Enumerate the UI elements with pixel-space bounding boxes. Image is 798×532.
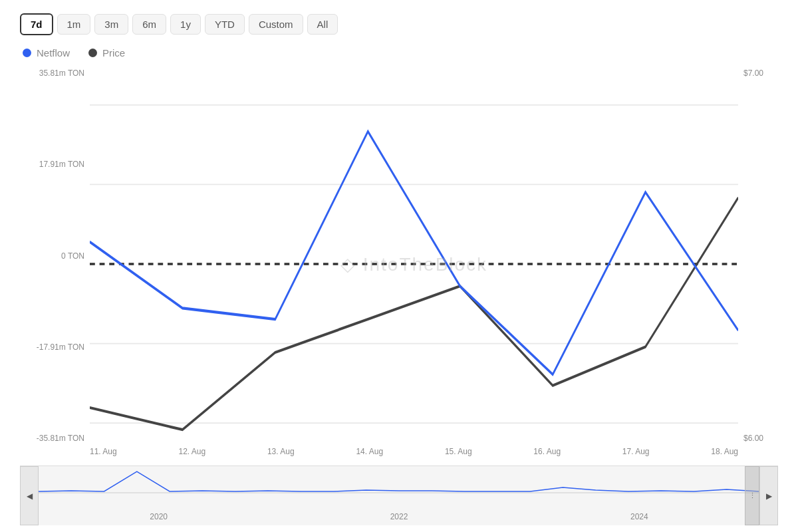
year-label-2024: 2024 — [630, 512, 648, 521]
chart-plot: ◇ IntoTheBlock — [90, 65, 738, 463]
mini-chart-svg — [39, 466, 759, 509]
x-label-2: 13. Aug — [267, 447, 295, 456]
x-label-0: 11. Aug — [90, 447, 117, 456]
btn-1m[interactable]: 1m — [57, 14, 91, 35]
x-label-7: 18. Aug — [711, 447, 738, 456]
price-line — [90, 198, 738, 430]
netflow-label: Netflow — [37, 47, 70, 59]
year-label-2022: 2022 — [390, 512, 408, 521]
mini-year-labels: 2020 2022 2024 — [39, 512, 759, 521]
y-label-bot: -35.81m TON — [20, 434, 90, 443]
x-label-4: 15. Aug — [445, 447, 472, 456]
x-label-6: 17. Aug — [622, 447, 650, 456]
time-range-selector: 7d 1m 3m 6m 1y YTD Custom All — [20, 13, 778, 35]
y-label-3: -17.91m TON — [20, 342, 90, 352]
price-dot — [88, 49, 97, 57]
x-label-3: 14. Aug — [356, 447, 383, 456]
x-axis: 11. Aug 12. Aug 13. Aug 14. Aug 15. Aug … — [90, 443, 738, 463]
y-right-top: $7.00 — [738, 68, 778, 78]
netflow-dot — [23, 49, 31, 57]
btn-6m[interactable]: 6m — [132, 14, 166, 35]
y-axis-right: $7.00 $6.00 — [738, 65, 778, 463]
year-label-2020: 2020 — [150, 512, 168, 521]
chart-legend: Netflow Price — [23, 47, 778, 59]
legend-price: Price — [88, 47, 125, 59]
btn-ytd[interactable]: YTD — [205, 14, 245, 35]
y-label-mid: 0 TON — [20, 251, 90, 261]
legend-netflow: Netflow — [23, 47, 70, 59]
y-label-top: 35.81m TON — [20, 68, 90, 78]
y-label-1: 17.91m TON — [20, 160, 90, 169]
y-right-bot: $6.00 — [738, 434, 778, 443]
main-container: 7d 1m 3m 6m 1y YTD Custom All Netflow Pr… — [0, 0, 798, 532]
chart-area: 35.81m TON 17.91m TON 0 TON -17.91m TON … — [20, 65, 778, 525]
mini-nav-left-btn[interactable]: ◀ — [20, 466, 39, 525]
main-chart: 35.81m TON 17.91m TON 0 TON -17.91m TON … — [20, 65, 778, 463]
price-label: Price — [102, 47, 125, 59]
netflow-line — [90, 132, 738, 374]
btn-custom[interactable]: Custom — [249, 14, 303, 35]
btn-1y[interactable]: 1y — [170, 14, 201, 35]
mini-chart-container: ◀ ▶ ⋮ 2020 2022 2024 — [20, 466, 778, 525]
btn-3m[interactable]: 3m — [94, 14, 128, 35]
y-axis-left: 35.81m TON 17.91m TON 0 TON -17.91m TON … — [20, 65, 90, 463]
btn-all[interactable]: All — [307, 14, 338, 35]
chart-svg — [90, 65, 738, 463]
x-label-5: 16. Aug — [533, 447, 561, 456]
x-label-1: 12. Aug — [178, 447, 205, 456]
btn-7d[interactable]: 7d — [20, 13, 53, 35]
mini-nav-right-btn[interactable]: ▶ — [759, 466, 778, 525]
